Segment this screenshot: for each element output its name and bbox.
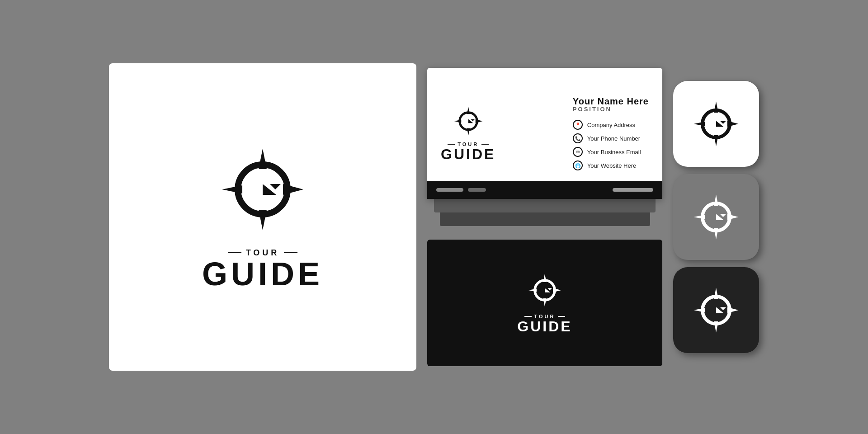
svg-marker-30 — [714, 228, 718, 240]
compass-logo-large — [217, 144, 308, 235]
card-email-row: ✉ Your Business Email — [573, 147, 649, 157]
icon-badge-white — [673, 81, 759, 167]
svg-marker-8 — [467, 107, 470, 114]
card-website-text: Your Website Here — [587, 162, 636, 169]
icon-badge-gray — [673, 174, 759, 260]
card-email-text: Your Business Email — [587, 149, 641, 156]
svg-marker-41 — [720, 307, 726, 310]
svg-marker-34 — [720, 214, 726, 217]
compass-logo-white-badge — [691, 99, 741, 149]
shadow-card-1 — [434, 199, 656, 212]
black-business-card: TOUR GUIDE — [427, 240, 662, 366]
card-website-row: 🌐 Your Website Here — [573, 160, 649, 170]
card-guide-label: GUIDE — [441, 147, 495, 161]
card-left: TOUR GUIDE — [441, 105, 495, 161]
logo-text-main: TOUR GUIDE — [202, 248, 323, 290]
card-phone-row: 📞 Your Phone Number — [573, 133, 649, 143]
business-card-white: TOUR GUIDE Your Name Here POSITION 📍 Com… — [427, 68, 662, 199]
svg-marker-15 — [543, 274, 546, 282]
svg-marker-16 — [543, 298, 546, 307]
compass-logo-card — [453, 105, 484, 137]
svg-marker-9 — [467, 128, 470, 136]
svg-marker-6 — [270, 184, 281, 189]
svg-marker-32 — [727, 214, 739, 220]
svg-marker-37 — [714, 321, 718, 333]
svg-marker-20 — [547, 288, 552, 290]
svg-marker-10 — [454, 120, 461, 123]
card-name: Your Name Here — [573, 96, 649, 107]
black-card-logo-text: TOUR GUIDE — [517, 314, 572, 334]
card-address-row: 📍 Company Address — [573, 120, 649, 130]
svg-marker-24 — [694, 122, 705, 126]
card-address-text: Company Address — [587, 122, 635, 128]
shadow-card-2 — [440, 212, 650, 226]
email-icon: ✉ — [573, 147, 583, 157]
card-position: POSITION — [573, 106, 649, 113]
compass-logo-gray-badge — [691, 192, 741, 242]
svg-marker-31 — [694, 215, 705, 219]
svg-marker-1 — [259, 149, 267, 169]
svg-marker-2 — [259, 210, 267, 230]
white-business-card: TOUR GUIDE Your Name Here POSITION 📍 Com… — [427, 68, 662, 199]
globe-icon: 🌐 — [573, 160, 583, 170]
cards-middle-section: TOUR GUIDE Your Name Here POSITION 📍 Com… — [427, 68, 662, 366]
strip-accent-2 — [468, 188, 486, 192]
svg-marker-17 — [528, 288, 537, 292]
svg-marker-22 — [714, 102, 718, 113]
svg-marker-39 — [727, 307, 739, 313]
strip-accent-1 — [436, 188, 463, 192]
icon-column — [673, 81, 759, 353]
svg-marker-25 — [727, 121, 739, 127]
svg-marker-29 — [714, 195, 718, 206]
strip-accent-3 — [613, 188, 653, 192]
svg-marker-3 — [222, 185, 242, 193]
guide-label-main: GUIDE — [202, 258, 323, 290]
svg-marker-18 — [553, 288, 561, 292]
card-logo-text: TOUR GUIDE — [441, 142, 495, 161]
location-icon: 📍 — [573, 120, 583, 130]
svg-marker-4 — [283, 184, 303, 195]
card-black-strip — [427, 181, 662, 199]
logo-card: TOUR GUIDE — [109, 63, 416, 371]
svg-marker-23 — [714, 135, 718, 146]
svg-marker-11 — [475, 119, 482, 123]
icon-badge-dark — [673, 267, 759, 353]
svg-marker-36 — [714, 288, 718, 299]
svg-marker-13 — [471, 119, 474, 121]
compass-logo-dark-badge — [691, 285, 741, 335]
phone-icon: 📞 — [573, 133, 583, 143]
svg-marker-38 — [694, 308, 705, 312]
card-phone-text: Your Phone Number — [587, 135, 640, 142]
card-name-block: Your Name Here POSITION — [573, 96, 649, 113]
main-container: TOUR GUIDE — [0, 0, 868, 434]
compass-logo-black-card — [527, 272, 563, 308]
svg-marker-27 — [720, 121, 726, 124]
black-card-guide-label: GUIDE — [517, 319, 572, 334]
card-right: Your Name Here POSITION 📍 Company Addres… — [573, 96, 649, 170]
